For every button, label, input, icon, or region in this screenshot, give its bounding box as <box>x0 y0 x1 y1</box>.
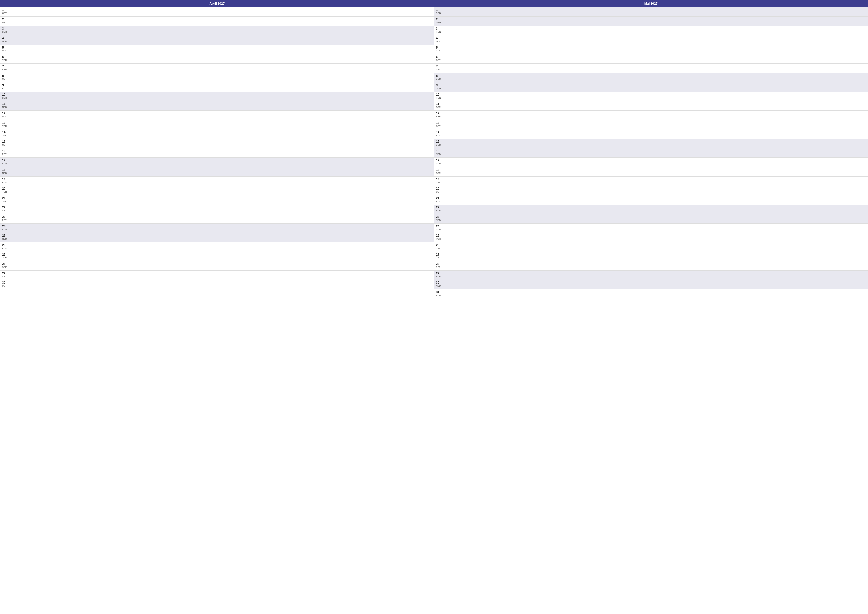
day-info: 22SOB <box>436 206 441 212</box>
day-info: 1ČET <box>2 8 7 14</box>
day-row[interactable]: 14SRE <box>0 129 434 139</box>
day-info: 10SOB <box>2 93 7 99</box>
day-row[interactable]: 30NED <box>434 280 868 289</box>
day-row[interactable]: 20ČET <box>434 186 868 195</box>
day-row[interactable]: 4TOR <box>434 36 868 45</box>
day-row[interactable]: 29ČET <box>0 270 434 280</box>
day-row[interactable]: 5PON <box>0 45 434 54</box>
day-row[interactable]: 20TOR <box>0 186 434 195</box>
day-row[interactable]: 21PET <box>434 195 868 205</box>
day-row[interactable]: 27ČET <box>434 252 868 261</box>
day-info: 7PET <box>436 65 441 71</box>
day-row[interactable]: 16PET <box>0 148 434 158</box>
day-row[interactable]: 24SOB <box>0 224 434 233</box>
day-row[interactable]: 6ČET <box>434 54 868 64</box>
day-number: 20 <box>436 187 441 190</box>
day-number: 23 <box>2 215 7 219</box>
day-info: 26PON <box>2 243 7 250</box>
day-row[interactable]: 25TOR <box>434 233 868 242</box>
day-row[interactable]: 11NED <box>0 101 434 111</box>
day-row[interactable]: 19SRE <box>434 177 868 186</box>
day-row[interactable]: 29SOB <box>434 270 868 280</box>
day-number: 13 <box>436 121 441 124</box>
day-row[interactable]: 7SRE <box>0 64 434 73</box>
day-row[interactable]: 23PET <box>0 214 434 224</box>
day-row[interactable]: 10SOB <box>0 92 434 101</box>
day-row[interactable]: 25NED <box>0 233 434 242</box>
day-row[interactable]: 2PET <box>0 17 434 26</box>
day-name: SRE <box>2 200 7 202</box>
day-info: 13TOR <box>2 121 7 127</box>
day-number: 7 <box>436 65 441 68</box>
day-name: NED <box>2 40 7 43</box>
month-column-1: April 20271ČET2PET3SOB4NED5PON6TOR7SRE8Č… <box>0 0 434 614</box>
day-row[interactable]: 7PET <box>434 64 868 73</box>
day-row[interactable]: 8ČET <box>0 73 434 82</box>
day-row[interactable]: 13ČET <box>434 120 868 129</box>
day-row[interactable]: 1ČET <box>0 7 434 17</box>
day-row[interactable]: 14PET <box>434 129 868 139</box>
day-row[interactable]: 26PON <box>0 242 434 252</box>
day-row[interactable]: 22SOB <box>434 205 868 214</box>
day-number: 25 <box>436 234 441 238</box>
day-row[interactable]: 6TOR <box>0 54 434 64</box>
day-row[interactable]: 11TOR <box>434 101 868 111</box>
day-number: 18 <box>436 168 441 172</box>
day-row[interactable]: 13TOR <box>0 120 434 129</box>
day-row[interactable]: 19PON <box>0 177 434 186</box>
month-header-1: April 2027 <box>0 0 434 7</box>
day-number: 16 <box>2 149 7 153</box>
day-name: PON <box>2 115 7 118</box>
day-row[interactable]: 23NED <box>434 214 868 224</box>
day-row[interactable]: 16NED <box>434 148 868 158</box>
day-row[interactable]: 3PON <box>434 26 868 36</box>
day-number: 5 <box>436 46 441 49</box>
day-info: 3SOB <box>2 27 7 33</box>
day-row[interactable]: 17SOB <box>0 158 434 167</box>
day-name: TOR <box>2 59 7 61</box>
day-row[interactable]: 5SRE <box>434 45 868 54</box>
day-info: 9PET <box>2 84 7 90</box>
day-number: 6 <box>436 55 441 59</box>
day-row[interactable]: 22ČET <box>0 205 434 214</box>
day-name: PET <box>2 153 7 155</box>
day-row[interactable]: 12PON <box>0 111 434 120</box>
day-row[interactable]: 9PET <box>0 82 434 92</box>
day-info: 3PON <box>436 27 441 33</box>
day-name: SOB <box>436 210 441 212</box>
day-number: 14 <box>436 131 441 134</box>
day-row[interactable]: 4NED <box>0 36 434 45</box>
day-row[interactable]: 3SOB <box>0 26 434 36</box>
day-row[interactable]: 26SRE <box>434 242 868 252</box>
day-row[interactable]: 31PON <box>434 289 868 299</box>
day-name: PON <box>436 162 441 165</box>
day-name: ČET <box>2 78 7 80</box>
day-row[interactable]: 12SRE <box>434 111 868 120</box>
day-info: 21PET <box>436 196 441 202</box>
day-info: 25NED <box>2 234 7 240</box>
day-row[interactable]: 2NED <box>434 17 868 26</box>
day-number: 14 <box>2 131 7 134</box>
day-row[interactable]: 10PON <box>434 92 868 101</box>
day-info: 29ČET <box>2 272 7 278</box>
day-row[interactable]: 17PON <box>434 158 868 167</box>
day-row[interactable]: 28SRE <box>0 261 434 270</box>
day-row[interactable]: 21SRE <box>0 195 434 205</box>
day-row[interactable]: 8SOB <box>434 73 868 82</box>
day-row[interactable]: 15SOB <box>434 139 868 148</box>
day-row[interactable]: 24PON <box>434 224 868 233</box>
day-number: 11 <box>2 102 7 106</box>
day-row[interactable]: 30PET <box>0 280 434 289</box>
day-row[interactable]: 1SOB <box>434 7 868 17</box>
day-row[interactable]: 28PET <box>434 261 868 270</box>
day-info: 24SOB <box>2 225 7 231</box>
day-info: 14PET <box>436 131 441 137</box>
day-row[interactable]: 9NED <box>434 82 868 92</box>
day-number: 9 <box>436 84 441 87</box>
day-row[interactable]: 18NED <box>0 167 434 177</box>
day-name: SOB <box>436 78 441 80</box>
day-name: PET <box>436 134 441 137</box>
day-row[interactable]: 15ČET <box>0 139 434 148</box>
day-row[interactable]: 18TOR <box>434 167 868 177</box>
day-row[interactable]: 27TOR <box>0 252 434 261</box>
